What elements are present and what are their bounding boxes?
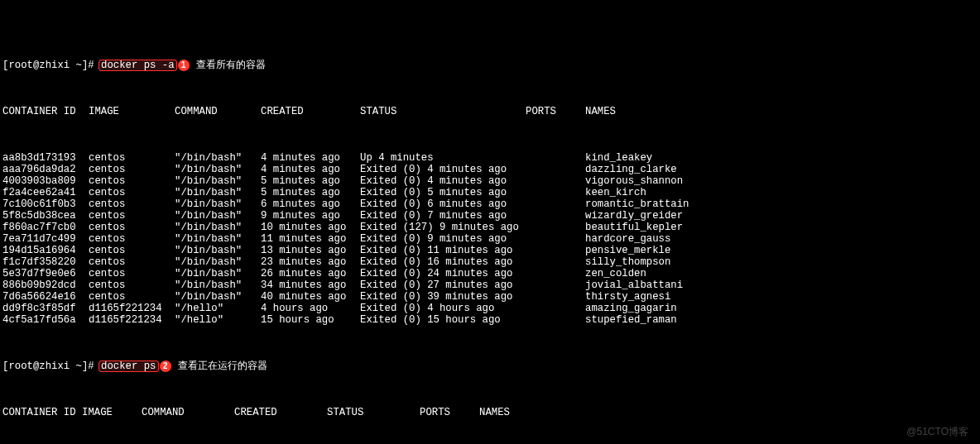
cmd2-highlight: docker ps [98, 360, 158, 372]
table-row: aa8b3d173193centos"/bin/bash"4 minutes a… [2, 152, 978, 164]
prompt: [root@zhixi ~]# [2, 360, 100, 372]
table-row: 5e37d7f9e0e6centos"/bin/bash"26 minutes … [2, 268, 978, 279]
table-row: dd9f8c3f85dfd1165f221234"/hello"4 hours … [2, 303, 978, 314]
table-row: 194d15a16964centos"/bin/bash"13 minutes … [2, 245, 978, 256]
table-row: aaa796da9da2centos"/bin/bash"4 minutes a… [2, 164, 978, 175]
annotation-2: 查看正在运行的容器 [178, 360, 267, 372]
annotation-1: 查看所有的容器 [196, 60, 266, 71]
badge-1: 1 [178, 60, 190, 71]
table-row: 4003903ba809centos"/bin/bash"5 minutes a… [2, 175, 978, 187]
table-row: 7d6a56624e16centos"/bin/bash"40 minutes … [2, 291, 978, 303]
table1-body: aa8b3d173193centos"/bin/bash"4 minutes a… [2, 152, 978, 326]
watermark: @51CTO博客 [906, 426, 968, 437]
cmd-line-1[interactable]: [root@zhixi ~]# docker ps -a1查看所有的容器 [2, 60, 978, 71]
table-row: 7c100c61f0b3centos"/bin/bash"6 minutes a… [2, 198, 978, 210]
table-row: f2a4cee62a41centos"/bin/bash"5 minutes a… [2, 187, 978, 198]
table-row: 886b09b92dcdcentos"/bin/bash"34 minutes … [2, 279, 978, 291]
table-row: 5f8c5db38ceacentos"/bin/bash"9 minutes a… [2, 210, 978, 222]
cmd1-highlight: docker ps -a [98, 60, 177, 71]
table-row: f860ac7f7cb0centos"/bin/bash"10 minutes … [2, 222, 978, 233]
cmd-line-2[interactable]: [root@zhixi ~]# docker ps2查看正在运行的容器 [2, 360, 978, 372]
prompt: [root@zhixi ~]# [2, 60, 100, 71]
table-row: 7ea711d7c499centos"/bin/bash"11 minutes … [2, 233, 978, 245]
table2-header: CONTAINER IDIMAGECOMMANDCREATEDSTATUSPOR… [2, 407, 978, 418]
table1-header: CONTAINER IDIMAGECOMMANDCREATEDSTATUSPOR… [2, 106, 978, 117]
badge-2: 2 [160, 360, 171, 372]
table-row: 4cf5a17fd56ad1165f221234"/hello"15 hours… [2, 314, 978, 326]
table-row: f1c7df358220centos"/bin/bash"23 minutes … [2, 256, 978, 268]
